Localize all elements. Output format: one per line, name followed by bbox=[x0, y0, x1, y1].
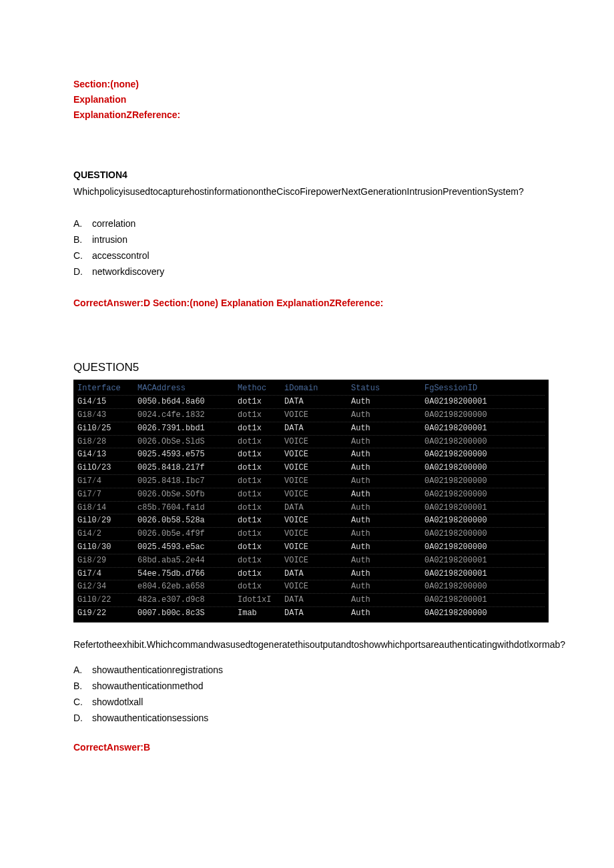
question-heading: QUESTION4 bbox=[73, 169, 541, 180]
cell-c2: 0050.b6d4.8a60 bbox=[137, 396, 238, 408]
cell-c6: 0A02198200000 bbox=[424, 462, 545, 474]
cell-c1: Gi8∕28 bbox=[77, 436, 137, 448]
table-row: Gi7∕454ee.75db.d766dot1xDATAAuth0A021982… bbox=[77, 568, 545, 581]
cell-c3: Idot1xI bbox=[238, 594, 284, 606]
cell-c2: 0024.c4fe.1832 bbox=[137, 410, 238, 421]
cell-c3: dot1x bbox=[238, 542, 284, 553]
table-row: Gil0∕300025.4593.e5acdot1xVOICEAuth0A021… bbox=[77, 541, 545, 554]
question-text: Refertotheexhibit.Whichcommandwasusedtog… bbox=[73, 637, 541, 653]
cell-c1: Gi8∕14 bbox=[77, 502, 137, 514]
cell-c1: Gi4∕2 bbox=[77, 528, 137, 540]
cell-c2: 0025.8418.217f bbox=[137, 462, 238, 474]
table-row: Gi7∕70026.ObSe.SOfbdot1xVOICEAuth0A02198… bbox=[77, 488, 545, 502]
cell-c1: Gil0∕25 bbox=[77, 423, 137, 434]
option-letter: B. bbox=[73, 681, 92, 691]
cell-c4: VOICE bbox=[284, 410, 351, 421]
col-mac: MACAddress bbox=[137, 383, 238, 394]
cell-c5: Auth bbox=[351, 449, 424, 460]
cell-c5: Auth bbox=[351, 608, 424, 619]
cell-c5: Auth bbox=[351, 594, 424, 606]
option-item: C.accesscontrol bbox=[73, 250, 541, 261]
table-row: Gi8∕280026.ObSe.SldSdot1xVOICEAuth0A0219… bbox=[77, 436, 545, 449]
table-row: Gi8∕2968bd.aba5.2e44dot1xVOICEAuth0A0219… bbox=[77, 554, 545, 568]
expref-line: ExplanationZReference: bbox=[73, 107, 541, 123]
table-row: Gi2∕34e804.62eb.a658dot1xVOICEAuth0A0219… bbox=[77, 580, 545, 594]
cell-c6: 0A02198200001 bbox=[424, 594, 545, 606]
cell-c3: dot1x bbox=[238, 410, 284, 421]
correct-answer-line: CorrectAnswer:B bbox=[73, 742, 541, 753]
cell-c5: Auth bbox=[351, 581, 424, 592]
cell-c4: DATA bbox=[284, 608, 351, 619]
cell-c5: Auth bbox=[351, 568, 424, 580]
cell-c2: 0025.4593.e5ac bbox=[137, 542, 238, 553]
cell-c6: 0A02198200000 bbox=[424, 489, 545, 500]
cell-c3: dot1x bbox=[238, 555, 284, 566]
cell-c3: dot1x bbox=[238, 581, 284, 592]
cell-c1: Gi4∕15 bbox=[77, 396, 137, 408]
cell-c4: VOICE bbox=[284, 542, 351, 553]
option-letter: C. bbox=[73, 697, 92, 707]
cell-c6: 0A02198200001 bbox=[424, 423, 545, 434]
cell-c4: DATA bbox=[284, 396, 351, 408]
cell-c4: DATA bbox=[284, 502, 351, 514]
cell-c3: dot1x bbox=[238, 528, 284, 540]
cell-c5: Auth bbox=[351, 515, 424, 526]
option-item: A.showauthenticationregistrations bbox=[73, 665, 541, 675]
table-row: Gil0∕22482a.e307.d9c8Idot1xIDATAAuth0A02… bbox=[77, 594, 545, 607]
cell-c1: Gi2∕34 bbox=[77, 581, 137, 592]
table-row: Gi4∕20026.0b5e.4f9fdot1xVOICEAuth0A02198… bbox=[77, 528, 545, 541]
cell-c2: c85b.7604.fa1d bbox=[137, 502, 238, 514]
answer-block: CorrectAnswer:D Section:(none) Explanati… bbox=[73, 296, 541, 311]
cell-c6: 0A02198200000 bbox=[424, 410, 545, 421]
cell-c5: Auth bbox=[351, 528, 424, 540]
explanation-line: Explanation bbox=[221, 298, 274, 308]
cell-c1: Gi8∕29 bbox=[77, 555, 137, 566]
col-method: Methoc bbox=[238, 383, 284, 394]
question-5: QUESTION5 Interface MACAddress Methoc iD… bbox=[73, 361, 541, 752]
cell-c3: dot1x bbox=[238, 502, 284, 514]
cell-c4: VOICE bbox=[284, 581, 351, 592]
cell-c1: GilO/23 bbox=[77, 462, 137, 474]
question-4: QUESTION4 Whichpolicyisusedtocapturehost… bbox=[73, 169, 541, 311]
cell-c5: Auth bbox=[351, 410, 424, 421]
cell-c4: VOICE bbox=[284, 436, 351, 448]
cell-c6: 0A02198200000 bbox=[424, 436, 545, 448]
cell-c6: 0A02198200001 bbox=[424, 502, 545, 514]
option-letter: D. bbox=[73, 713, 92, 723]
option-text: accesscontrol bbox=[92, 250, 149, 261]
cell-c2: 0025.4593.e575 bbox=[137, 449, 238, 460]
cell-c3: dot1x bbox=[238, 476, 284, 487]
table-row: Gi7∕40025.8418.Ibc7dot1xVOICEAuth0A02198… bbox=[77, 475, 545, 488]
option-text: showdotlxall bbox=[92, 697, 143, 707]
cell-c5: Auth bbox=[351, 502, 424, 514]
col-domain: iDomain bbox=[284, 383, 351, 394]
option-item: C.showdotlxall bbox=[73, 697, 541, 707]
table-row: Gi8∕430024.c4fe.1832dot1xVOICEAuth0A0219… bbox=[77, 409, 545, 422]
cell-c1: Gi7∕4 bbox=[77, 568, 137, 580]
table-row: Gi8∕14c85b.7604.fa1ddot1xDATAAuth0A02198… bbox=[77, 502, 545, 515]
terminal-exhibit: Interface MACAddress Methoc iDomain Stat… bbox=[73, 380, 549, 622]
cell-c3: dot1x bbox=[238, 396, 284, 408]
prev-answer-block: Section:(none) Explanation ExplanationZR… bbox=[73, 77, 541, 123]
document-page: Section:(none) Explanation ExplanationZR… bbox=[0, 0, 614, 806]
option-list: A.showauthenticationregistrationsB.showa… bbox=[73, 665, 541, 723]
option-text: networkdiscovery bbox=[92, 266, 164, 277]
col-session: FgSessionID bbox=[424, 383, 545, 394]
cell-c3: dot1x bbox=[238, 449, 284, 460]
cell-c1: Gi4∕13 bbox=[77, 449, 137, 460]
cell-c2: 54ee.75db.d766 bbox=[137, 568, 238, 580]
cell-c1: Gil0∕29 bbox=[77, 515, 137, 526]
cell-c6: 0A02198200000 bbox=[424, 542, 545, 553]
cell-c6: 0A02198200000 bbox=[424, 528, 545, 540]
cell-c5: Auth bbox=[351, 555, 424, 566]
cell-c1: Gil0∕22 bbox=[77, 594, 137, 606]
cell-c6: 0A02198200001 bbox=[424, 555, 545, 566]
cell-c1: Gi9∕22 bbox=[77, 608, 137, 619]
cell-c5: Auth bbox=[351, 396, 424, 408]
table-row: Gi9∕220007.b00c.8c3SImabDATAAuth0A021982… bbox=[77, 607, 545, 620]
option-letter: B. bbox=[73, 234, 92, 245]
cell-c2: e804.62eb.a658 bbox=[137, 581, 238, 592]
cell-c6: 0A02198200000 bbox=[424, 476, 545, 487]
cell-c1: Gi7∕4 bbox=[77, 476, 137, 487]
cell-c6: 0A02198200000 bbox=[424, 608, 545, 619]
